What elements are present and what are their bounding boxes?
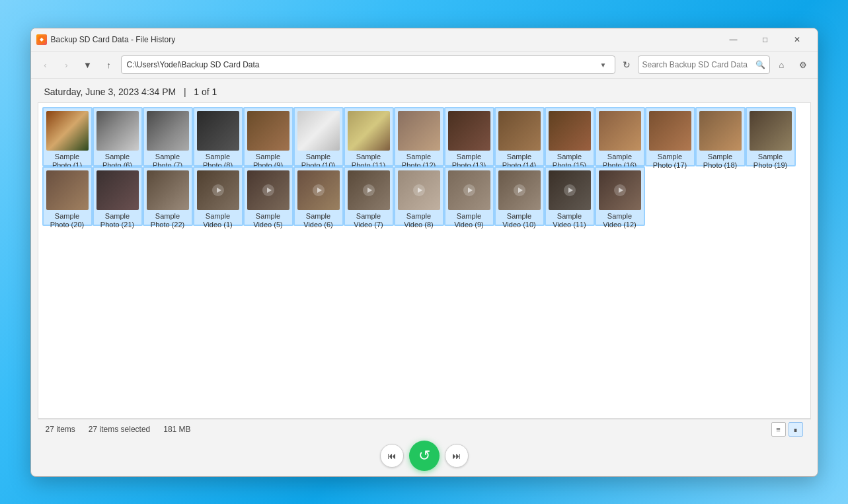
next-button[interactable]: ⏭ bbox=[445, 444, 469, 468]
refresh-button[interactable]: ↻ bbox=[618, 56, 635, 73]
thumbnail bbox=[147, 111, 189, 151]
file-label: SampleVideo (10) bbox=[496, 212, 543, 229]
thumbnail bbox=[699, 111, 742, 151]
file-size: 181 MB bbox=[163, 425, 190, 434]
file-item[interactable]: SamplePhoto (22) bbox=[143, 166, 193, 226]
file-item[interactable]: SamplePhoto (1) bbox=[42, 107, 93, 166]
file-item[interactable]: SamplePhoto (15) bbox=[545, 107, 595, 166]
file-item[interactable]: SamplePhoto (12) bbox=[394, 107, 444, 166]
thumbnail bbox=[96, 111, 139, 151]
main-window: Backup SD Card Data - File History — □ ✕… bbox=[30, 28, 818, 477]
thumbnail bbox=[247, 111, 289, 151]
home-button[interactable]: ⌂ bbox=[773, 55, 791, 74]
thumbnail bbox=[398, 111, 440, 151]
thumbnail bbox=[448, 170, 490, 210]
prev-button[interactable]: ⏮ bbox=[380, 444, 404, 468]
back-button[interactable]: ‹ bbox=[36, 55, 55, 74]
selected-info: 27 items selected bbox=[89, 425, 150, 434]
thumbnail bbox=[46, 170, 89, 210]
thumbnail bbox=[750, 111, 792, 151]
forward-button[interactable]: › bbox=[58, 55, 76, 74]
file-item[interactable]: SampleVideo (12) bbox=[595, 166, 645, 226]
search-box[interactable]: 🔍 bbox=[638, 55, 770, 74]
view-buttons: ≡ ∎ bbox=[771, 422, 803, 437]
toolbar: ‹ › ▼ ↑ C:\Users\Yodel\Backup SD Card Da… bbox=[31, 52, 818, 79]
file-area: SamplePhoto (1)SamplePhoto (6)SamplePhot… bbox=[38, 102, 811, 419]
file-label: SampleVideo (5) bbox=[245, 212, 291, 229]
info-bar: Saturday, June 3, 2023 4:34 PM | 1 of 1 bbox=[31, 79, 818, 102]
file-item[interactable]: SampleVideo (8) bbox=[394, 166, 444, 226]
file-label: SampleVideo (11) bbox=[547, 212, 593, 229]
thumbnail bbox=[297, 111, 340, 151]
up-button[interactable]: ↑ bbox=[100, 55, 118, 74]
file-grid: SamplePhoto (1)SamplePhoto (6)SamplePhot… bbox=[38, 103, 810, 230]
minimize-button[interactable]: — bbox=[718, 29, 749, 50]
thumbnail bbox=[398, 170, 440, 210]
page-info: 1 of 1 bbox=[194, 87, 217, 97]
close-button[interactable]: ✕ bbox=[782, 29, 812, 50]
file-item[interactable]: SampleVideo (9) bbox=[444, 166, 494, 226]
date-text: Saturday, June 3, 2023 4:34 PM bbox=[44, 87, 176, 97]
file-item[interactable]: SamplePhoto (19) bbox=[746, 107, 796, 166]
recent-locations-button[interactable]: ▼ bbox=[79, 55, 97, 74]
thumbnail bbox=[197, 170, 239, 210]
thumbnail bbox=[348, 170, 390, 210]
maximize-button[interactable]: □ bbox=[750, 29, 781, 50]
file-label: SampleVideo (8) bbox=[396, 212, 442, 229]
search-input[interactable] bbox=[642, 60, 753, 69]
grid-view-button[interactable]: ∎ bbox=[789, 422, 803, 437]
file-label: SampleVideo (1) bbox=[195, 212, 241, 229]
thumbnail bbox=[348, 111, 390, 151]
file-item[interactable]: SamplePhoto (6) bbox=[93, 107, 143, 166]
settings-button[interactable]: ⚙ bbox=[794, 55, 812, 74]
file-item[interactable]: SamplePhoto (11) bbox=[344, 107, 394, 166]
file-item[interactable]: SamplePhoto (16) bbox=[595, 107, 645, 166]
file-item[interactable]: SampleVideo (5) bbox=[243, 166, 293, 226]
playback-bar: ⏮ ↺ ⏭ bbox=[31, 440, 818, 476]
file-label: SampleVideo (7) bbox=[346, 212, 392, 229]
file-label: SampleVideo (6) bbox=[295, 212, 342, 229]
file-item[interactable]: SampleVideo (1) bbox=[193, 166, 243, 226]
thumbnail bbox=[549, 170, 591, 210]
thumbnail bbox=[599, 170, 641, 210]
file-label: SamplePhoto (17) bbox=[647, 153, 693, 170]
file-item[interactable]: SamplePhoto (14) bbox=[494, 107, 545, 166]
thumbnail bbox=[147, 170, 189, 210]
thumbnail bbox=[448, 111, 490, 151]
address-text: C:\Users\Yodel\Backup SD Card Data bbox=[127, 60, 597, 69]
file-item[interactable]: SamplePhoto (10) bbox=[293, 107, 344, 166]
address-bar[interactable]: C:\Users\Yodel\Backup SD Card Data ▼ bbox=[121, 55, 615, 74]
thumbnail bbox=[498, 170, 541, 210]
file-label: SamplePhoto (22) bbox=[145, 212, 191, 229]
separator: | bbox=[184, 87, 186, 97]
search-icon[interactable]: 🔍 bbox=[755, 60, 765, 69]
file-item[interactable]: SamplePhoto (8) bbox=[193, 107, 243, 166]
file-label: SampleVideo (9) bbox=[446, 212, 492, 229]
list-view-button[interactable]: ≡ bbox=[771, 422, 786, 437]
thumbnail bbox=[46, 111, 89, 151]
file-item[interactable]: SamplePhoto (18) bbox=[695, 107, 746, 166]
file-item[interactable]: SampleVideo (6) bbox=[293, 166, 344, 226]
file-item[interactable]: SamplePhoto (21) bbox=[93, 166, 143, 226]
file-item[interactable]: SamplePhoto (13) bbox=[444, 107, 494, 166]
restore-icon: ↺ bbox=[418, 447, 430, 464]
address-dropdown-icon[interactable]: ▼ bbox=[597, 61, 609, 69]
restore-button[interactable]: ↺ bbox=[409, 441, 440, 471]
status-bar: 27 items 27 items selected 181 MB ≡ ∎ bbox=[38, 419, 811, 440]
thumbnail bbox=[498, 111, 541, 151]
file-item[interactable]: SampleVideo (7) bbox=[344, 166, 394, 226]
window-controls: — □ ✕ bbox=[718, 29, 812, 50]
thumbnail bbox=[297, 170, 340, 210]
file-item[interactable]: SamplePhoto (9) bbox=[243, 107, 293, 166]
file-item[interactable]: SampleVideo (10) bbox=[494, 166, 545, 226]
file-item[interactable]: SamplePhoto (20) bbox=[42, 166, 93, 226]
window-title: Backup SD Card Data - File History bbox=[51, 35, 718, 44]
thumbnail bbox=[649, 111, 691, 151]
file-item[interactable]: SamplePhoto (17) bbox=[645, 107, 695, 166]
file-item[interactable]: SamplePhoto (7) bbox=[143, 107, 193, 166]
file-item[interactable]: SampleVideo (11) bbox=[545, 166, 595, 226]
thumbnail bbox=[96, 170, 139, 210]
file-label: SampleVideo (12) bbox=[597, 212, 643, 229]
thumbnail bbox=[247, 170, 289, 210]
thumbnail bbox=[599, 111, 641, 151]
